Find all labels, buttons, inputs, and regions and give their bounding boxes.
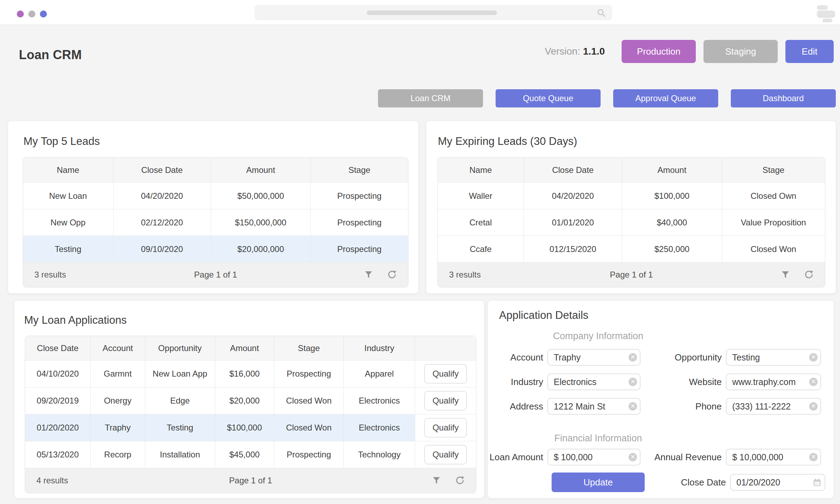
qualify-button[interactable]: Qualify bbox=[424, 391, 467, 411]
qualify-button[interactable]: Qualify bbox=[424, 418, 467, 438]
column-header: Close Date bbox=[113, 158, 211, 183]
opportunity-field[interactable] bbox=[726, 349, 821, 366]
table-cell: $45,000 bbox=[215, 441, 274, 468]
version-label: Version:1.1.0 bbox=[545, 46, 605, 57]
results-count: 4 results bbox=[36, 476, 134, 485]
table-row[interactable]: 05/13/2020 Recorp Installation $45,000 P… bbox=[25, 441, 476, 468]
window-controls bbox=[17, 10, 47, 18]
column-header: Close Date bbox=[524, 158, 622, 183]
industry-field[interactable] bbox=[547, 373, 640, 390]
table-cell: 01/20/2020 bbox=[25, 414, 91, 441]
table-row[interactable]: Ccafe 012/15/2020 $250,000 Closed Won bbox=[438, 236, 825, 262]
table-cell: Apparel bbox=[344, 360, 415, 387]
window-dot-purple[interactable] bbox=[17, 10, 24, 18]
account-field[interactable] bbox=[547, 349, 640, 366]
table-header-row: Close Date Account Opportunity Amount St… bbox=[25, 336, 476, 360]
menu-skeleton-icon[interactable] bbox=[817, 4, 835, 22]
table-cell: $100,000 bbox=[215, 414, 274, 441]
table-cell-actions: Qualify bbox=[415, 387, 476, 414]
clear-icon[interactable]: ✕ bbox=[629, 353, 637, 362]
refresh-icon[interactable] bbox=[804, 270, 814, 280]
pagination-label: Page 1 of 1 bbox=[547, 270, 716, 280]
table-row[interactable]: 09/20/2019 Onergy Edge $20,000 Closed Wo… bbox=[25, 387, 476, 414]
table-cell: Technology bbox=[344, 441, 415, 468]
table-row-selected[interactable]: 01/20/2020 Traphy Testing $100,000 Close… bbox=[25, 414, 476, 441]
search-bar[interactable] bbox=[254, 5, 612, 20]
window-dot-gray[interactable] bbox=[28, 10, 35, 18]
panel-title: My Loan Applications bbox=[24, 314, 127, 327]
nav-tabs: Loan CRM Quote Queue Approval Queue Dash… bbox=[378, 89, 836, 107]
table-cell: Closed Own bbox=[722, 183, 825, 209]
filter-icon[interactable] bbox=[364, 270, 373, 279]
window-titlebar bbox=[0, 0, 840, 25]
table-row-selected[interactable]: Testing 09/10/2020 $20,000,000 Prospecti… bbox=[23, 236, 408, 262]
table-cell: Traphy bbox=[91, 414, 145, 441]
production-button[interactable]: Production bbox=[622, 40, 696, 63]
qualify-button[interactable]: Qualify bbox=[424, 445, 467, 464]
table-cell: 01/01/2020 bbox=[524, 209, 622, 236]
tab-approval-queue[interactable]: Approval Queue bbox=[613, 89, 718, 107]
table-header-row: Name Close Date Amount Stage bbox=[438, 158, 825, 183]
annual-revenue-field[interactable] bbox=[726, 449, 821, 465]
calendar-icon[interactable] bbox=[812, 478, 822, 489]
table-row[interactable]: Waller 04/20/2020 $100,000 Closed Own bbox=[438, 183, 825, 209]
table-cell: Prospecting bbox=[311, 209, 408, 236]
clear-icon[interactable]: ✕ bbox=[809, 353, 818, 362]
expiring-leads-table: Name Close Date Amount Stage Waller 04/2… bbox=[438, 157, 825, 287]
table-cell: Electronics bbox=[344, 387, 415, 414]
table-cell: 09/10/2020 bbox=[113, 236, 211, 262]
qualify-button[interactable]: Qualify bbox=[424, 364, 467, 384]
address-field[interactable] bbox=[547, 398, 640, 415]
panel-title: My Expiring Leads (30 Days) bbox=[438, 135, 577, 148]
table-header-row: Name Close Date Amount Stage bbox=[23, 158, 408, 183]
table-cell: Prospecting bbox=[311, 183, 408, 209]
column-header: Stage bbox=[311, 158, 408, 183]
field-label-close-date: Close Date bbox=[645, 477, 730, 488]
table-cell: $16,000 bbox=[215, 360, 274, 387]
clear-icon[interactable]: ✕ bbox=[809, 453, 818, 461]
refresh-icon[interactable] bbox=[387, 270, 397, 280]
edit-button[interactable]: Edit bbox=[785, 40, 834, 63]
update-button[interactable]: Update bbox=[552, 472, 645, 492]
table-cell: $50,000,000 bbox=[211, 183, 310, 209]
clear-icon[interactable]: ✕ bbox=[809, 402, 818, 411]
phone-field[interactable] bbox=[726, 398, 821, 415]
table-row[interactable]: New Loan 04/20/2020 $50,000,000 Prospect… bbox=[23, 183, 408, 209]
section-heading-company: Company Information bbox=[552, 331, 645, 342]
search-placeholder-skeleton bbox=[367, 10, 497, 15]
table-cell-actions: Qualify bbox=[415, 414, 476, 441]
table-cell: 02/12/2020 bbox=[113, 209, 211, 236]
table-cell: Prospecting bbox=[274, 441, 344, 468]
tab-loan-crm[interactable]: Loan CRM bbox=[378, 89, 483, 107]
staging-button[interactable]: Staging bbox=[704, 40, 778, 63]
table-cell: Prospecting bbox=[274, 360, 344, 387]
table-footer: 3 results Page 1 of 1 bbox=[23, 262, 408, 287]
table-cell: Recorp bbox=[91, 441, 145, 468]
tab-quote-queue[interactable]: Quote Queue bbox=[496, 89, 601, 107]
table-cell: Installation bbox=[145, 441, 215, 468]
table-cell: $40,000 bbox=[622, 209, 722, 236]
column-header: Close Date bbox=[25, 336, 91, 360]
field-label-website: Website bbox=[640, 377, 726, 387]
close-date-field[interactable] bbox=[730, 474, 825, 491]
clear-icon[interactable]: ✕ bbox=[629, 378, 637, 386]
clear-icon[interactable]: ✕ bbox=[629, 402, 637, 411]
website-field[interactable] bbox=[726, 373, 821, 390]
table-cell: 04/10/2020 bbox=[25, 360, 91, 387]
window-dot-indigo[interactable] bbox=[40, 10, 47, 18]
table-cell: Closed Won bbox=[722, 236, 825, 262]
refresh-icon[interactable] bbox=[455, 476, 465, 485]
table-row[interactable]: New Opp 02/12/2020 $150,000,000 Prospect… bbox=[23, 209, 408, 236]
clear-icon[interactable]: ✕ bbox=[629, 453, 637, 461]
table-row[interactable]: 04/10/2020 Garmnt New Loan App $16,000 P… bbox=[25, 360, 476, 387]
table-cell: 04/20/2020 bbox=[524, 183, 622, 209]
table-cell: $20,000 bbox=[215, 387, 274, 414]
clear-icon[interactable]: ✕ bbox=[809, 378, 818, 386]
filter-icon[interactable] bbox=[432, 476, 441, 485]
table-cell: 04/20/2020 bbox=[113, 183, 211, 209]
table-row[interactable]: Cretal 01/01/2020 $40,000 Value Proposit… bbox=[438, 209, 825, 236]
field-label-account: Account bbox=[488, 352, 547, 363]
tab-dashboard[interactable]: Dashboard bbox=[731, 89, 836, 107]
filter-icon[interactable] bbox=[781, 270, 790, 279]
loan-amount-field[interactable] bbox=[547, 449, 640, 465]
